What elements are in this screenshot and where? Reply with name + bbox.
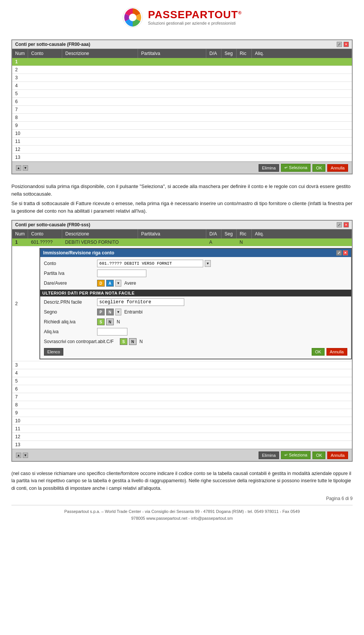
annulla-btn-2[interactable]: Annulla [327,452,348,459]
cell-aliq [252,154,352,161]
scroll-down-2[interactable]: ▼ [23,453,28,458]
ok-btn-2[interactable]: OK [312,452,325,459]
cell-num: 10 [12,417,28,425]
sub-dialog-toolbar: Elenco OK Annulla [44,348,347,356]
aliq-label: Aliq.iva [44,329,97,334]
table-row[interactable]: 9 [12,409,352,417]
window-close-btn-2[interactable]: ✕ [344,222,349,227]
conto-input[interactable] [97,260,203,267]
cell-num: 3 [12,74,28,82]
richiedi-field: S N N [97,318,347,325]
table-row[interactable]: 10 [12,130,352,138]
table-row[interactable]: 11 [12,138,352,146]
col-aliq: Aliq. [252,49,352,58]
descriz-input[interactable] [97,298,184,306]
subdialog-ok-btn[interactable]: OK [312,348,325,356]
seleziona-btn-2[interactable]: ↵ Seleziona [281,451,311,459]
table-row[interactable]: 1 [12,58,352,66]
col2-conto: Conto [28,229,62,238]
table-row[interactable]: 1 601.????? DEBITI VERSO FORNITO A N [12,238,352,246]
table-row[interactable]: 3 [12,74,352,82]
aliq-row: Aliq.iva [44,328,347,336]
cell-descr [62,154,138,161]
aliq-input[interactable] [97,328,127,336]
table-row[interactable]: 10 [12,417,352,425]
ok-btn-1[interactable]: OK [312,164,325,172]
cell-num: 5 [12,90,28,98]
col2-seg: Seg [221,229,237,238]
table-row[interactable]: 8 [12,401,352,409]
scroll-up-2[interactable]: ▲ [16,453,21,458]
table-row[interactable]: 2 [12,66,352,74]
sub-dialog-body: Conto ▼ Partita Iva [40,257,351,359]
cell-da [206,122,221,130]
table-row[interactable]: 13 [12,154,352,161]
cell-num: 6 [12,385,28,393]
sovrascrivi-n-btn[interactable]: N [129,338,136,345]
partita-iva-input[interactable] [97,270,146,277]
seleziona-btn-1[interactable]: ↵ Seleziona [281,164,311,172]
table-row[interactable]: 12 [12,146,352,154]
elenco-btn[interactable]: Elenco [44,348,64,356]
table-row[interactable]: 4 [12,82,352,90]
subdialog-resize[interactable]: ⤢ [336,250,342,256]
table-row[interactable]: 2 Immissione/Revisione riga conto ⤢ ✕ [12,246,352,361]
subdialog-cell: Immissione/Revisione riga conto ⤢ ✕ [28,246,352,361]
table-row[interactable]: 9 [12,122,352,130]
table-row[interactable]: 3 [12,361,352,369]
richiedi-value: N [115,318,122,325]
window-close-btn-1[interactable]: ✕ [344,42,349,47]
sovrascrivi-label: Sovrascrivi con contropart.abit.C/F [44,339,120,344]
table-row[interactable]: 7 [12,106,352,114]
window-resize-btn-1[interactable]: ⤢ [337,42,342,47]
richiedi-n-btn[interactable]: N [106,318,114,325]
col-descr: Descrizione [62,49,138,58]
table-wrapper-1: Num Conto Descrizione Partitalva D/A Seg… [12,49,352,161]
table-row[interactable]: 13 [12,441,352,449]
dare-btn[interactable]: D [97,280,105,287]
richiedi-s-btn[interactable]: S [97,318,105,325]
segno-n-btn[interactable]: N [106,309,114,315]
subdialog-annulla-btn[interactable]: Annulla [326,348,347,356]
cell-conto [28,98,62,106]
footer-line-1: Passepartout s.p.a. – World Trade Center… [11,508,353,515]
cell-num: 6 [12,98,28,106]
col-conto: Conto [28,49,62,58]
table-row[interactable]: 6 [12,98,352,106]
table-row[interactable]: 7 [12,393,352,401]
cell-num: 10 [12,130,28,138]
table-row[interactable]: 6 [12,385,352,393]
subdialog-close[interactable]: ✕ [343,250,348,256]
segno-p-btn[interactable]: P [97,309,105,315]
avere-label: Avere [123,280,138,287]
table-row[interactable]: 8 [12,114,352,122]
cell-ric [237,138,252,146]
table-row[interactable]: 11 [12,425,352,433]
sovrascrivi-s-btn[interactable]: S [120,338,127,345]
avere-btn-toggle[interactable]: A [106,280,114,287]
cell-partitalva [138,82,206,90]
cell-seg [221,138,237,146]
cell-da [206,114,221,122]
table-row[interactable]: 5 [12,377,352,385]
table-row[interactable]: 4 [12,369,352,377]
avere-dropdown[interactable]: ▼ [115,280,121,287]
elimina-btn-2[interactable]: Elimina [259,452,279,459]
cell-num: 2 [12,66,28,74]
scroll-down-1[interactable]: ▼ [23,165,28,171]
cell-ric [237,98,252,106]
segno-dropdown[interactable]: ▼ [115,309,121,315]
table-row[interactable]: 5 [12,90,352,98]
segno-row: Segno P N ▼ Entrambi [44,308,347,316]
page-number: Pagina 6 di 9 [11,496,353,501]
table-row[interactable]: 12 [12,433,352,441]
annulla-btn-1[interactable]: Annulla [327,164,348,172]
elimina-btn-1[interactable]: Elimina [259,164,279,172]
window-resize-btn-2[interactable]: ⤢ [337,222,342,227]
scroll-up-1[interactable]: ▲ [16,165,21,171]
col2-ric: Ric [237,229,252,238]
dare-avere-row: Dare/Avere D A ▼ Avere [44,279,347,287]
cell-num: 4 [12,82,28,90]
cell-da [206,66,221,74]
conto-dropdown[interactable]: ▼ [205,260,211,267]
